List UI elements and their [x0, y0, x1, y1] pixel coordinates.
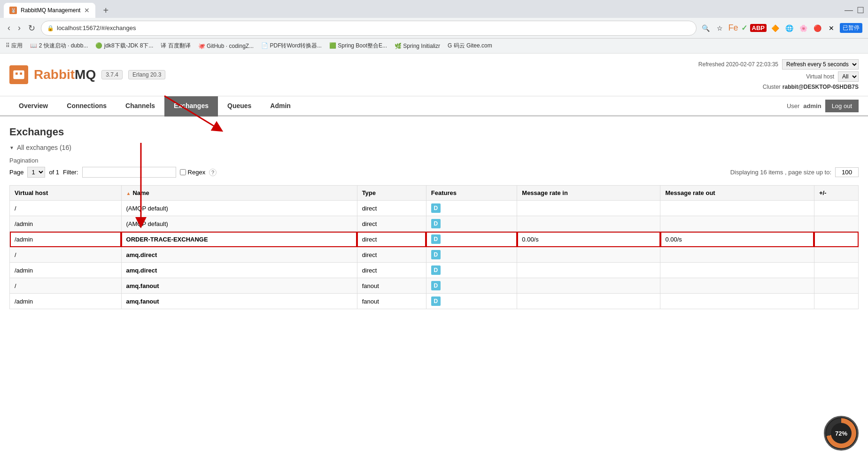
cell-features: D	[426, 278, 517, 294]
search-icon[interactable]: 🔍	[700, 23, 712, 34]
logo-text: RabbitMQ	[34, 67, 96, 82]
cell-plusminus	[814, 263, 858, 278]
bookmark-jdk8[interactable]: 🟢 jdk8下载-JDK 8下...	[95, 42, 153, 50]
cell-vhost: /	[10, 247, 122, 263]
browser-toolbar: ‹ › ↻ 🔒 🔍 ☆ Fe ✓ ABP 🔶 🌐 🌸 🔴 ✕ 已暂停	[0, 18, 868, 39]
reload-button[interactable]: ↻	[26, 21, 37, 35]
bookmark-gitee[interactable]: G 码云 Gitee.com	[448, 42, 492, 50]
cell-rate-out: 0.00/s	[660, 232, 814, 247]
cell-plusminus	[814, 247, 858, 263]
cell-rate-out	[660, 263, 814, 278]
bookmark-github[interactable]: 🐙 GitHub · codingZ...	[198, 43, 254, 49]
cell-features: D	[426, 232, 517, 247]
feature-badge: D	[431, 250, 441, 259]
table-row[interactable]: /adminamq.directdirectD	[10, 263, 859, 278]
page-select[interactable]: 1	[27, 167, 45, 178]
regex-checkbox[interactable]	[180, 169, 186, 175]
window-controls: — ☐	[845, 5, 864, 16]
pagination-right: Displaying 16 items , page size up to:	[730, 167, 859, 177]
vhost-select[interactable]: All	[838, 71, 859, 82]
page-title: Exchanges	[9, 126, 859, 138]
user-value: admin	[803, 102, 821, 109]
nav-exchanges[interactable]: Exchanges	[164, 96, 218, 117]
bookmark-star-icon[interactable]: ☆	[714, 23, 726, 34]
cell-type: fanout	[357, 294, 426, 309]
svg-rect-1	[16, 72, 18, 75]
cell-rate-in	[517, 201, 660, 216]
header-right: Refreshed 2020-02-07 22:03:35 Refresh ev…	[698, 59, 859, 90]
regex-help-icon[interactable]: ?	[209, 169, 217, 176]
forward-button[interactable]: ›	[16, 21, 23, 35]
of-label: of 1	[49, 169, 59, 176]
new-tab-button[interactable]: +	[99, 4, 112, 17]
cell-rate-in	[517, 216, 660, 232]
table-row[interactable]: /amq.fanoutfanoutD	[10, 278, 859, 294]
cell-name: (AMQP default)	[121, 201, 357, 216]
th-rate-out: Message rate out	[660, 186, 814, 201]
table-row[interactable]: /admin(AMQP default)directD	[10, 216, 859, 232]
th-features: Features	[426, 186, 517, 201]
filter-label: Filter:	[63, 169, 78, 176]
th-type: Type	[357, 186, 426, 201]
logout-button[interactable]: Log out	[825, 100, 859, 112]
cell-type: direct	[357, 216, 426, 232]
filter-input[interactable]	[82, 167, 176, 178]
cell-rate-out	[660, 216, 814, 232]
cell-vhost: /admin	[10, 232, 122, 247]
cell-vhost: /	[10, 278, 122, 294]
photos-icon: 🌸	[798, 23, 809, 34]
feature-badge: D	[431, 234, 441, 244]
virtual-host-label: Virtual host	[806, 73, 834, 80]
cell-features: D	[426, 294, 517, 309]
cell-rate-out	[660, 278, 814, 294]
nav-queues[interactable]: Queues	[218, 96, 261, 117]
refresh-select[interactable]: Refresh every 5 seconds	[782, 59, 859, 70]
nav-bar: Overview Connections Channels Exchanges …	[0, 96, 868, 117]
regex-label: Regex	[188, 169, 206, 176]
table-row[interactable]: /adminORDER-TRACE-EXCHANGEdirectD0.00/s0…	[10, 232, 859, 247]
refreshed-time: Refreshed 2020-02-07 22:03:35	[698, 61, 778, 68]
table-row[interactable]: /(AMQP default)directD	[10, 201, 859, 216]
extension4-icon: ✕	[826, 23, 837, 34]
bookmark-springboot[interactable]: 🟩 Spring Boot整合E...	[329, 42, 387, 50]
minimize-icon[interactable]: —	[845, 5, 853, 16]
lock-icon: 🔒	[47, 25, 54, 31]
table-header-row: Virtual host ▲Name Type Features Message…	[10, 186, 859, 201]
nav-channels[interactable]: Channels	[116, 96, 164, 117]
section-header[interactable]: ▼ All exchanges (16)	[9, 144, 859, 151]
cell-plusminus	[814, 201, 858, 216]
nav-admin[interactable]: Admin	[261, 96, 300, 117]
cell-features: D	[426, 247, 517, 263]
nav-left: Overview Connections Channels Exchanges …	[9, 96, 300, 115]
logo-area: RabbitMQ 3.7.4 Erlang 20.3	[9, 65, 165, 84]
paused-badge: 已暂停	[840, 23, 862, 33]
table-row[interactable]: /adminamq.fanoutfanoutD	[10, 294, 859, 309]
cell-type: direct	[357, 263, 426, 278]
regex-checkbox-label[interactable]: Regex	[180, 169, 206, 176]
nav-overview[interactable]: Overview	[9, 96, 57, 117]
bookmark-springinit[interactable]: 🌿 Spring Initializr	[395, 43, 440, 49]
bookmark-apps[interactable]: ⠿ 应用	[6, 42, 23, 50]
cell-type: direct	[357, 201, 426, 216]
cell-plusminus	[814, 294, 858, 309]
cell-name: amq.direct	[121, 247, 357, 263]
cell-vhost: /admin	[10, 216, 122, 232]
tab-close-button[interactable]: ✕	[84, 7, 90, 14]
cell-rate-out	[660, 294, 814, 309]
table-wrapper: Virtual host ▲Name Type Features Message…	[9, 185, 859, 309]
nav-connections[interactable]: Connections	[57, 96, 116, 117]
bookmark-fanyi[interactable]: 译 百度翻译	[161, 42, 190, 50]
address-bar[interactable]: 🔒	[41, 21, 697, 36]
back-button[interactable]: ‹	[6, 21, 12, 35]
page-size-input[interactable]	[835, 167, 859, 177]
url-input[interactable]	[57, 24, 690, 31]
maximize-icon[interactable]: ☐	[857, 5, 864, 16]
feature-badge: D	[431, 265, 441, 275]
extension2-icon: 🌐	[783, 23, 795, 34]
feature-badge: D	[431, 203, 441, 213]
table-row[interactable]: /amq.directdirectD	[10, 247, 859, 263]
bookmark-kuaisu[interactable]: 📖 2 快速启动 · dubb...	[30, 42, 88, 50]
vhost-line: Virtual host All	[698, 71, 859, 82]
browser-tab[interactable]: 🐰 RabbitMQ Management ✕	[4, 3, 95, 18]
bookmark-pdf[interactable]: 📄 PDF转Word转换器...	[261, 42, 322, 50]
